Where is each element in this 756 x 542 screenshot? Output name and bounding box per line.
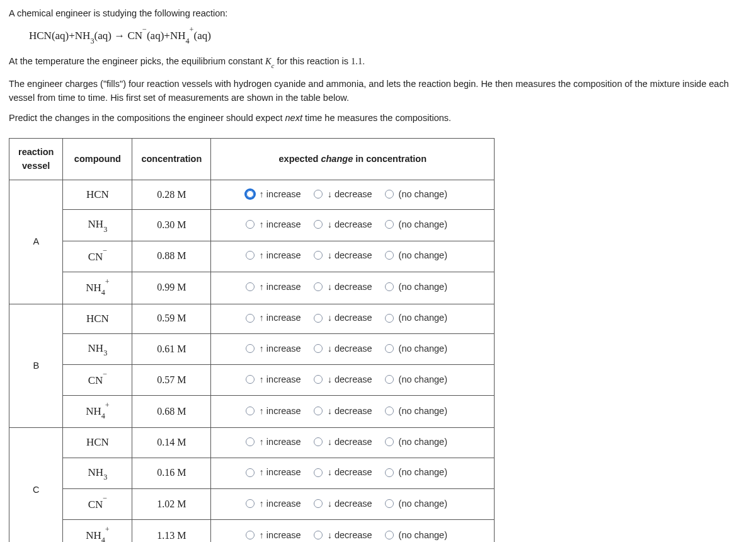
radio-icon[interactable] — [246, 220, 255, 229]
radio-label: ↑ increase — [260, 280, 301, 294]
radio-option-decrease[interactable]: ↓ decrease — [314, 372, 372, 386]
expected-pre: expected — [279, 154, 321, 164]
header-expected: expected change in concentration — [211, 138, 495, 180]
expected-post: in concentration — [353, 154, 427, 164]
radio-label: ↑ increase — [260, 465, 301, 479]
predict-pre: Predict the changes in the compositions … — [9, 113, 285, 123]
radio-icon[interactable] — [246, 407, 255, 415]
compound-cell: HCN — [63, 304, 132, 333]
radio-icon[interactable] — [314, 499, 323, 508]
radio-option-no-change[interactable]: (no change) — [385, 497, 447, 510]
reaction-equation: HCN(aq)+NH3(aq) → CN−(aq)+NH4+(aq) — [29, 26, 747, 45]
radio-option-increase[interactable]: ↑ increase — [246, 465, 301, 479]
radio-option-decrease[interactable]: ↓ decrease — [314, 248, 372, 262]
radio-option-decrease[interactable]: ↓ decrease — [314, 435, 372, 449]
radio-icon[interactable] — [314, 531, 323, 539]
radio-option-no-change[interactable]: (no change) — [385, 465, 447, 479]
radio-option-decrease[interactable]: ↓ decrease — [314, 280, 372, 294]
radio-icon[interactable] — [246, 344, 255, 353]
radio-icon[interactable] — [385, 220, 394, 229]
radio-option-decrease[interactable]: ↓ decrease — [314, 465, 372, 479]
kc-pre: At the temperature the engineer picks, t… — [9, 56, 265, 66]
radio-option-increase[interactable]: ↑ increase — [246, 311, 301, 325]
radio-icon[interactable] — [385, 344, 394, 353]
radio-option-increase[interactable]: ↑ increase — [246, 342, 301, 355]
intro-text: A chemical engineer is studying the foll… — [9, 6, 747, 20]
radio-icon[interactable] — [385, 190, 394, 199]
radio-icon[interactable] — [314, 437, 323, 446]
radio-label: ↑ increase — [260, 217, 301, 231]
radio-option-no-change[interactable]: (no change) — [385, 248, 447, 262]
expected-em: change — [321, 154, 353, 164]
radio-option-no-change[interactable]: (no change) — [385, 528, 447, 542]
radio-label: ↓ decrease — [328, 404, 372, 418]
radio-option-increase[interactable]: ↑ increase — [246, 372, 301, 386]
radio-option-increase[interactable]: ↑ increase — [246, 187, 301, 201]
radio-option-decrease[interactable]: ↓ decrease — [314, 342, 372, 355]
concentration-cell: 0.99 M — [132, 272, 211, 304]
radio-icon[interactable] — [314, 375, 323, 384]
radio-icon[interactable] — [314, 190, 323, 199]
paragraph-kc: At the temperature the engineer picks, t… — [9, 54, 747, 70]
radio-icon[interactable] — [314, 251, 323, 260]
radio-option-decrease[interactable]: ↓ decrease — [314, 311, 372, 325]
radio-label: ↓ decrease — [328, 528, 372, 542]
radio-icon[interactable] — [385, 468, 394, 477]
concentration-cell: 0.30 M — [132, 210, 211, 241]
radio-icon[interactable] — [314, 344, 323, 353]
table-row: NH4+0.68 M↑ increase↓ decrease(no change… — [9, 396, 495, 428]
table-row: AHCN0.28 M↑ increase↓ decrease(no change… — [9, 180, 495, 209]
radio-option-increase[interactable]: ↑ increase — [246, 217, 301, 231]
radio-option-increase[interactable]: ↑ increase — [246, 248, 301, 262]
concentration-cell: 0.57 M — [132, 365, 211, 396]
radio-icon[interactable] — [246, 531, 255, 539]
table-row: NH30.16 M↑ increase↓ decrease(no change) — [9, 458, 495, 488]
radio-option-no-change[interactable]: (no change) — [385, 187, 447, 201]
radio-icon[interactable] — [385, 437, 394, 446]
radio-icon[interactable] — [246, 282, 255, 291]
radio-icon[interactable] — [246, 190, 255, 199]
radio-icon[interactable] — [385, 531, 394, 539]
radio-option-decrease[interactable]: ↓ decrease — [314, 404, 372, 418]
compound-cell: NH3 — [63, 210, 132, 241]
radio-icon[interactable] — [385, 282, 394, 291]
radio-icon[interactable] — [385, 375, 394, 384]
radio-icon[interactable] — [314, 282, 323, 291]
radio-icon[interactable] — [385, 251, 394, 260]
radio-label: ↑ increase — [260, 311, 301, 325]
radio-option-no-change[interactable]: (no change) — [385, 311, 447, 325]
radio-option-increase[interactable]: ↑ increase — [246, 404, 301, 418]
table-row: NH30.30 M↑ increase↓ decrease(no change) — [9, 210, 495, 241]
radio-icon[interactable] — [246, 468, 255, 477]
radio-icon[interactable] — [246, 251, 255, 260]
radio-option-decrease[interactable]: ↓ decrease — [314, 217, 372, 231]
radio-option-no-change[interactable]: (no change) — [385, 404, 447, 418]
radio-icon[interactable] — [314, 468, 323, 477]
radio-icon[interactable] — [246, 499, 255, 508]
radio-icon[interactable] — [314, 314, 323, 323]
radio-option-decrease[interactable]: ↓ decrease — [314, 497, 372, 510]
radio-option-increase[interactable]: ↑ increase — [246, 280, 301, 294]
radio-option-no-change[interactable]: (no change) — [385, 217, 447, 231]
radio-icon[interactable] — [385, 407, 394, 415]
radio-option-no-change[interactable]: (no change) — [385, 372, 447, 386]
radio-option-no-change[interactable]: (no change) — [385, 280, 447, 294]
radio-option-no-change[interactable]: (no change) — [385, 435, 447, 449]
radio-label: ↓ decrease — [328, 217, 372, 231]
radio-option-no-change[interactable]: (no change) — [385, 342, 447, 355]
options-cell: ↑ increase↓ decrease(no change) — [211, 241, 495, 272]
radio-option-increase[interactable]: ↑ increase — [246, 497, 301, 510]
radio-option-decrease[interactable]: ↓ decrease — [314, 528, 372, 542]
radio-icon[interactable] — [314, 220, 323, 229]
radio-icon[interactable] — [246, 375, 255, 384]
radio-icon[interactable] — [246, 437, 255, 446]
radio-icon[interactable] — [385, 314, 394, 323]
radio-icon[interactable] — [314, 407, 323, 415]
radio-icon[interactable] — [246, 314, 255, 323]
radio-option-increase[interactable]: ↑ increase — [246, 528, 301, 542]
options-cell: ↑ increase↓ decrease(no change) — [211, 365, 495, 396]
radio-option-increase[interactable]: ↑ increase — [246, 435, 301, 449]
radio-label: (no change) — [399, 280, 447, 294]
radio-icon[interactable] — [385, 499, 394, 508]
radio-option-decrease[interactable]: ↓ decrease — [314, 187, 372, 201]
